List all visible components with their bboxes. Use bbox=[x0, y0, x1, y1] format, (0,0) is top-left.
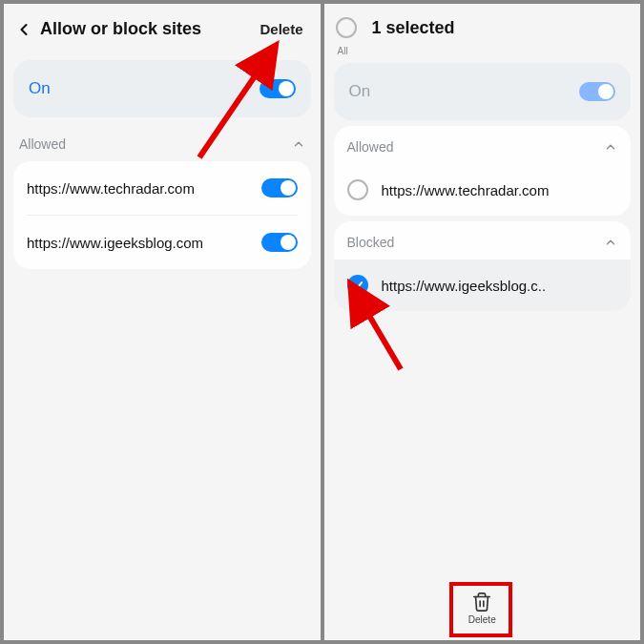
site-toggle[interactable] bbox=[261, 178, 298, 197]
site-row[interactable]: https://www.techradar.com bbox=[13, 161, 311, 215]
page-title: Allow or block sites bbox=[40, 19, 252, 39]
chevron-up-icon bbox=[604, 236, 617, 249]
screen-left: Allow or block sites Delete On Allowed h… bbox=[4, 4, 321, 640]
blocked-section-header[interactable]: Blocked bbox=[334, 221, 632, 260]
blocked-section: Blocked https://www.igeeksblog.c.. bbox=[334, 221, 632, 311]
delete-button[interactable]: Delete bbox=[252, 17, 310, 41]
trash-icon bbox=[471, 592, 492, 613]
site-url: https://www.igeeksblog.com bbox=[27, 235, 203, 251]
site-row[interactable]: https://www.igeeksblog.com bbox=[13, 216, 311, 269]
back-icon[interactable] bbox=[13, 19, 34, 40]
site-checkbox[interactable] bbox=[347, 179, 368, 200]
screen-right: 1 selected All On Allowed https://www.te… bbox=[324, 4, 641, 640]
on-toggle-card: On bbox=[334, 63, 632, 120]
site-checkbox-checked[interactable] bbox=[347, 275, 368, 296]
site-url: https://www.techradar.com bbox=[382, 182, 550, 198]
site-row[interactable]: https://www.techradar.com bbox=[334, 164, 632, 216]
chevron-up-icon bbox=[604, 140, 617, 154]
on-toggle bbox=[579, 82, 615, 101]
allowed-site-list: https://www.techradar.com https://www.ig… bbox=[13, 161, 311, 269]
header: Allow or block sites Delete bbox=[4, 4, 321, 54]
allowed-label: Allowed bbox=[19, 136, 66, 152]
delete-button[interactable]: Delete bbox=[459, 586, 506, 631]
site-url: https://www.techradar.com bbox=[27, 180, 195, 197]
allowed-section-header[interactable]: Allowed bbox=[4, 123, 321, 161]
site-row[interactable]: https://www.igeeksblog.c.. bbox=[334, 260, 632, 311]
on-label: On bbox=[349, 82, 371, 101]
selection-count: 1 selected bbox=[372, 18, 630, 38]
on-toggle-card[interactable]: On bbox=[13, 60, 311, 117]
on-toggle[interactable] bbox=[260, 79, 296, 98]
blocked-label: Blocked bbox=[347, 235, 395, 250]
site-toggle[interactable] bbox=[261, 233, 298, 252]
header: 1 selected bbox=[324, 4, 641, 52]
allowed-section: Allowed https://www.techradar.com bbox=[334, 126, 632, 216]
on-label: On bbox=[29, 79, 51, 98]
allowed-section-header[interactable]: Allowed bbox=[334, 126, 632, 164]
bottom-bar: Delete bbox=[324, 586, 641, 631]
delete-label: Delete bbox=[468, 614, 496, 625]
allowed-label: Allowed bbox=[347, 139, 394, 155]
chevron-up-icon bbox=[292, 137, 305, 151]
select-all-radio[interactable] bbox=[336, 17, 357, 38]
all-label: All bbox=[338, 46, 348, 56]
site-url: https://www.igeeksblog.c.. bbox=[382, 278, 547, 294]
